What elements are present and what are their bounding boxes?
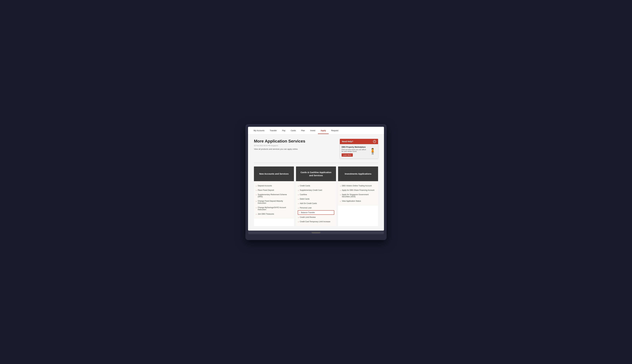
need-help-label: Need Help? (342, 140, 353, 143)
nav-transfer[interactable]: Transfer (267, 127, 280, 134)
view-application-status-item[interactable]: › View Application Status (340, 199, 376, 203)
chevron-icon: › (256, 213, 256, 215)
help-header: Need Help? ? (340, 139, 378, 144)
personal-loan-item[interactable]: › Personal Loan (298, 206, 334, 210)
nav-apply[interactable]: Apply (318, 127, 328, 134)
property-title: DBS Property Marketplace (342, 146, 368, 148)
change-fixed-deposit-item[interactable]: › Change Fixed Deposit Maturity Instruct… (256, 199, 292, 205)
supplementary-credit-card-item[interactable]: › Supplementary Credit Card (298, 188, 334, 192)
singapore-gov-securities-item[interactable]: › Apply for Singapore Government Securit… (340, 192, 376, 199)
header-section: More Application Services 03 Feb 2022 06… (254, 139, 378, 158)
laptop-frame: My Accounts Transfer Pay Cards Plan Inve… (246, 124, 386, 240)
page-title: More Application Services (254, 139, 305, 144)
investments-body: › DBS Vickers Online Trading Account › A… (338, 181, 378, 206)
chevron-icon: › (298, 198, 299, 200)
chevron-icon: › (340, 190, 341, 191)
chevron-icon: › (256, 200, 256, 202)
nav-request[interactable]: Request (329, 127, 341, 134)
balance-transfer-item[interactable]: › Balance Transfer (298, 210, 334, 215)
debit-cards-item[interactable]: › Debit Cards (298, 197, 334, 201)
cards-cashline-header: Cards & Cashline Application and Service… (296, 166, 336, 181)
add-on-credit-cards-item[interactable]: › Add On Credit Cards (298, 201, 334, 206)
timestamp: 03 Feb 2022 06:03 PM Singapore (254, 145, 305, 146)
help-widget: Need Help? ? DBS Property Marketplace Fi… (340, 139, 378, 158)
nav-my-accounts[interactable]: My Accounts (251, 127, 267, 134)
chevron-icon: › (256, 190, 256, 191)
chevron-icon: › (298, 194, 299, 196)
cashline-item[interactable]: › Cashline (298, 192, 334, 197)
chevron-icon: › (298, 221, 299, 223)
nav-plan[interactable]: Plan (298, 127, 308, 134)
chevron-icon: › (340, 200, 341, 202)
main-content: More Application Services 03 Feb 2022 06… (248, 134, 384, 230)
laptop-base (248, 231, 384, 234)
chevron-icon: › (256, 194, 256, 196)
chevron-icon: › (256, 185, 256, 187)
new-accounts-header: New Accounts and Services (254, 166, 294, 181)
property-desc: Find out how much you can afford for you… (342, 149, 368, 152)
cards-cashline-body: › Credit Cards › Supplementary Credit Ca… (296, 181, 336, 226)
section-divider (254, 163, 378, 163)
nav-bar: My Accounts Transfer Pay Cards Plan Inve… (248, 127, 384, 134)
dbs-vickers-item[interactable]: › DBS Vickers Online Trading Account (340, 184, 376, 188)
help-body: DBS Property Marketplace Find out how mu… (340, 144, 378, 158)
columns-grid: New Accounts and Services › Deposit Acco… (254, 166, 378, 226)
page-subtitle: View all products and services you can a… (254, 148, 305, 150)
cards-cashline-column: Cards & Cashline Application and Service… (296, 166, 336, 226)
chevron-icon: › (298, 185, 299, 187)
new-accounts-body: › Deposit Accounts › Place Fixed Deposit… (254, 181, 294, 218)
credit-cards-item[interactable]: › Credit Cards (298, 184, 334, 188)
chevron-icon: › (256, 207, 256, 208)
join-dbs-treasures-item[interactable]: › Join DBS Treasures (256, 212, 292, 216)
nav-cards[interactable]: Cards (288, 127, 298, 134)
chevron-icon: › (298, 203, 299, 204)
nav-invest[interactable]: Invest (308, 127, 318, 134)
chevron-icon: › (298, 207, 299, 209)
learn-more-button[interactable]: Learn More (342, 154, 353, 157)
chevron-icon: › (299, 212, 300, 214)
question-icon: ? (373, 140, 376, 143)
property-illustration: 🧍 (369, 148, 376, 155)
credit-limit-review-item[interactable]: › Credit Limit Review (298, 215, 334, 220)
laptop-screen: My Accounts Transfer Pay Cards Plan Inve… (248, 127, 384, 230)
nav-pay[interactable]: Pay (280, 127, 288, 134)
laptop-notch (312, 232, 320, 234)
dbs-share-financing-item[interactable]: › Apply for DBS Share Financing Account (340, 188, 376, 192)
help-body-text: DBS Property Marketplace Find out how mu… (342, 146, 368, 157)
header-left: More Application Services 03 Feb 2022 06… (254, 139, 305, 150)
investments-column: Investments Applications › DBS Vickers O… (338, 166, 378, 226)
deposit-accounts-item[interactable]: › Deposit Accounts (256, 184, 292, 188)
new-accounts-column: New Accounts and Services › Deposit Acco… (254, 166, 294, 226)
investments-header: Investments Applications (338, 166, 378, 181)
credit-card-temp-limit-item[interactable]: › Credit Card Temporary Limit Increase (298, 220, 334, 224)
chevron-icon: › (340, 185, 341, 187)
place-fixed-deposit-item[interactable]: › Place Fixed Deposit (256, 188, 292, 192)
change-mysavings-item[interactable]: › Change MySavings/SAYE Account Instruct… (256, 205, 292, 212)
chevron-icon: › (298, 216, 299, 218)
chevron-icon: › (340, 194, 341, 196)
srs-item[interactable]: › Supplementary Retirement Scheme (SRS) (256, 192, 292, 199)
chevron-icon: › (298, 190, 299, 191)
